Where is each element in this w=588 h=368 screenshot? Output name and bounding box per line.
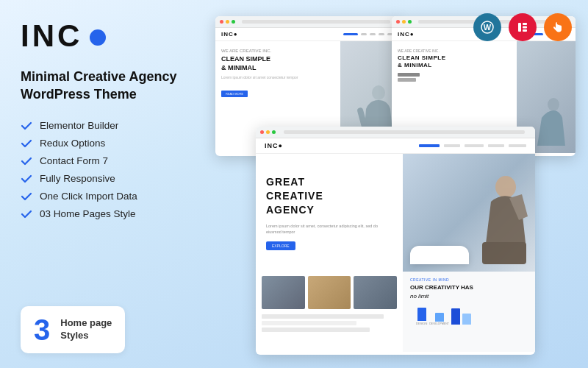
hero-right-3 [403, 154, 535, 272]
svg-point-9 [495, 176, 516, 198]
feature-item: One Click Import Data [21, 191, 181, 202]
hero-btn-3: EXPLORE [266, 241, 295, 250]
mockup-stack: INC● WE ARE CREATIVE INC. [215, 16, 576, 355]
content-blocks [262, 314, 397, 332]
logo-area: INC [21, 21, 181, 52]
svg-rect-5 [523, 29, 527, 32]
site-nav-links-1 [343, 33, 393, 35]
logo-dot [90, 29, 106, 46]
design-label: DESIGN [416, 322, 427, 325]
site-logo-3: INC● [265, 142, 283, 149]
svg-text:W: W [484, 23, 492, 32]
svg-rect-10 [482, 242, 526, 264]
site-logo-1: INC● [221, 31, 238, 38]
browser-bar-3 [256, 127, 535, 138]
site-content-3: INC● GREATCREATIVEAGENCY [256, 138, 535, 355]
hero-tagline-1: WE ARE CREATIVE INC. [221, 49, 334, 53]
mockup-3: INC● GREATCREATIVEAGENCY [256, 127, 535, 355]
browser-bar-1 [215, 16, 399, 28]
hero-heading-3: GREATCREATIVEAGENCY [266, 175, 392, 217]
plugin-icons: W [473, 13, 572, 41]
right-panel: W [198, 0, 588, 368]
main-container: INC Minimal Creative Agency WordPress Th… [0, 0, 588, 368]
touch-icon [544, 13, 572, 41]
feature-item: Elementor Builder [21, 120, 181, 132]
features-list: Elementor Builder Redux Options Contact … [21, 120, 181, 220]
main-title: Minimal Creative Agency WordPress Theme [21, 68, 181, 104]
left-panel: INC Minimal Creative Agency WordPress Th… [0, 0, 198, 368]
stats-bar: DESIGN DEVELOPMENT [410, 303, 528, 325]
feature-item: Contact Form 7 [21, 155, 181, 167]
feature-item: Redux Options [21, 138, 181, 149]
hero-heading-1: CLEAN SIMPLE& MINIMAL [221, 55, 334, 72]
site-nav-links-3 [419, 144, 526, 147]
bottom-right-3: CREATIVE IN MIND OUR CREATIVITY HASno li… [403, 272, 535, 352]
check-icon [21, 155, 32, 167]
bottom-section-3: CREATIVE IN MIND OUR CREATIVITY HASno li… [256, 272, 535, 352]
bottom-badge: 3 Home page Styles [21, 306, 125, 353]
feature-item: Fully Responsive [21, 173, 181, 185]
badge-line1: Home page [60, 317, 112, 330]
badge-label: Home page Styles [60, 317, 112, 342]
thumb-row [262, 276, 397, 309]
svg-rect-4 [523, 26, 527, 29]
check-icon [21, 173, 32, 185]
site-nav-1: INC● [215, 28, 399, 41]
title-area: Minimal Creative Agency WordPress Theme [21, 68, 181, 104]
hero-heading-2: CLEAN SIMPLE& MINIMAL [398, 54, 511, 70]
elementor-icon [509, 13, 537, 41]
hero-section-3: GREATCREATIVEAGENCY Lorem ipsum dolor si… [256, 154, 535, 272]
hero-sub-1: Lorem ipsum dolor sit amet consectetur t… [221, 75, 334, 80]
check-icon [21, 208, 32, 220]
creativity-tag: CREATIVE IN MIND [410, 277, 528, 282]
badge-number: 3 [34, 315, 50, 344]
hero-tagline-2: WE ARE CREATIVE INC. [398, 49, 511, 53]
svg-rect-3 [523, 23, 527, 25]
hero-sub-3: Lorem ipsum dolor sit amet, consectetur … [266, 223, 392, 236]
creativity-section: CREATIVE IN MIND OUR CREATIVITY HASno li… [403, 272, 535, 352]
svg-point-6 [372, 85, 385, 100]
hero-left-3: GREATCREATIVEAGENCY Lorem ipsum dolor si… [256, 154, 403, 272]
svg-point-8 [548, 98, 559, 111]
creativity-title: OUR CREATIVITY HASno limit [410, 283, 528, 300]
hero-btn-1: READ MORE [221, 91, 248, 97]
logo-text: INC [21, 21, 82, 52]
check-icon [21, 191, 32, 202]
check-icon [21, 120, 32, 132]
bottom-left-3 [256, 272, 403, 352]
badge-line2: Styles [60, 330, 112, 342]
check-icon [21, 138, 32, 149]
site-nav-3: INC● [256, 138, 535, 154]
dev-label: DEVELOPMENT [429, 322, 448, 325]
site-logo-2: INC● [398, 31, 415, 38]
feature-item: 03 Home Pages Style [21, 208, 181, 220]
svg-rect-2 [518, 23, 521, 32]
wordpress-icon: W [473, 13, 501, 41]
